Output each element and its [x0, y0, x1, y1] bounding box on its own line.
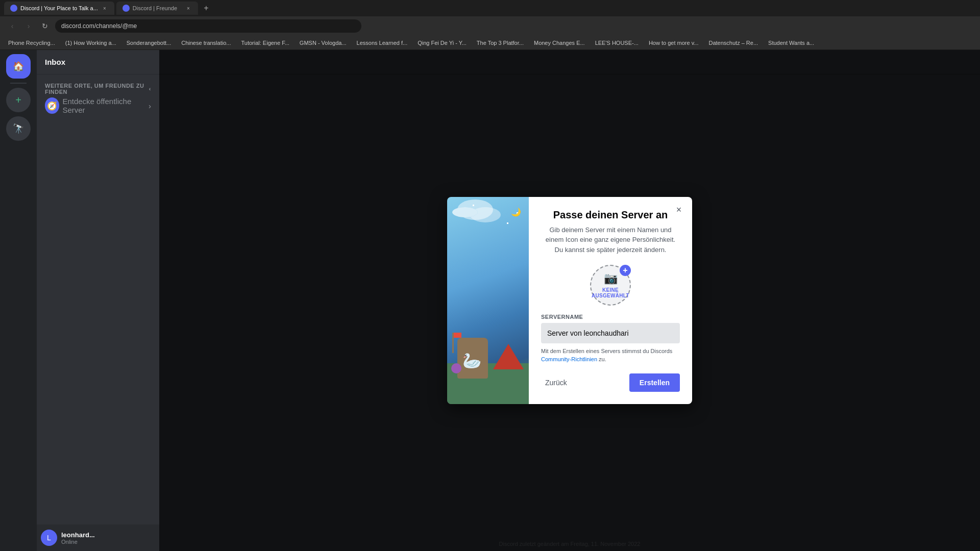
terms-text: Mit dem Erstellen eines Servers stimmst …	[541, 347, 680, 363]
bookmark-5[interactable]: Tutorial: Eigene F...	[237, 39, 293, 47]
bookmarks-bar: Phone Recycling... (1) How Working a... …	[0, 36, 980, 50]
home-icon[interactable]: 🏠	[6, 54, 31, 79]
back-button[interactable]: Zurück	[541, 377, 571, 389]
illustration-tent	[493, 344, 524, 369]
tab-label-2: Discord | Freunde	[133, 5, 182, 11]
icon-circle[interactable]: 📷 Keine ausgewählt +	[590, 265, 631, 306]
bookmark-10[interactable]: Money Changes E...	[530, 39, 589, 47]
collapse-icon[interactable]: ‹	[149, 86, 151, 92]
discover-icon[interactable]: 🔭	[6, 116, 31, 141]
bookmark-2[interactable]: (1) How Working a...	[61, 39, 120, 47]
channel-list: Inbox WEITERE ORTE, UM FREUNDE ZU FINDEN…	[37, 50, 159, 551]
discord-favicon-2	[122, 5, 130, 12]
channel-header-text: Inbox	[45, 58, 65, 66]
modal-close-button[interactable]: ×	[672, 203, 686, 217]
user-status: Online	[61, 539, 95, 545]
icon-upload-area[interactable]: 📷 Keine ausgewählt +	[541, 265, 680, 306]
tab-inactive[interactable]: Discord | Freunde ×	[116, 2, 198, 15]
close-icon: ×	[676, 205, 682, 215]
server-name-label: SERVERNAME	[541, 314, 680, 320]
illustration-flag	[452, 333, 454, 353]
bookmark-8[interactable]: Qing Fei De Yi - Y...	[413, 39, 471, 47]
bookmark-1[interactable]: Phone Recycling...	[4, 39, 59, 47]
user-info: leonhard... Online	[61, 531, 95, 545]
user-avatar: L	[41, 530, 57, 546]
community-guidelines-link[interactable]: Community-Richtlinien	[541, 356, 597, 362]
bookmark-3[interactable]: Sonderangebott...	[122, 39, 175, 47]
star-2	[507, 222, 508, 224]
tab-close-2[interactable]: ×	[185, 5, 192, 12]
customize-server-modal: 🦢 🌙 × Passe deinen Server an	[447, 197, 692, 404]
bookmark-12[interactable]: How to get more v...	[645, 39, 703, 47]
discover-servers-label: Entdecke öffentliche Server	[62, 97, 145, 114]
modal-illustration: 🦢 🌙	[447, 197, 529, 404]
channel-section: WEITERE ORTE, UM FREUNDE ZU FINDEN ‹ 🧭 E…	[37, 74, 159, 116]
modal-description: Gib deinem Server mit einem Namen und ei…	[541, 225, 680, 255]
bookmark-7[interactable]: Lessons Learned f...	[353, 39, 412, 47]
address-bar[interactable]: discord.com/channels/@me	[55, 19, 361, 33]
bookmark-9[interactable]: The Top 3 Platfor...	[473, 39, 528, 47]
chevron-right-icon: ›	[149, 102, 151, 110]
moon-icon: 🌙	[511, 207, 521, 217]
modal-overlay: 🦢 🌙 × Passe deinen Server an	[159, 50, 980, 551]
tab-label-1: Discord | Your Place to Talk a...	[20, 5, 98, 11]
purple-ball	[451, 363, 461, 373]
modal-title: Passe deinen Server an	[541, 209, 680, 221]
bookmark-11[interactable]: LEE'S HOUSE-...	[591, 39, 643, 47]
address-text: discord.com/channels/@me	[61, 22, 137, 30]
tab-bar: Discord | Your Place to Talk a... × Disc…	[0, 0, 980, 16]
user-area: L leonhard... Online	[37, 524, 159, 551]
camera-icon: 📷	[604, 272, 618, 285]
back-button[interactable]: ‹	[6, 20, 18, 32]
channel-header: Inbox	[37, 50, 159, 74]
discover-servers-item[interactable]: 🧭 Entdecke öffentliche Server ›	[41, 97, 155, 114]
create-button[interactable]: Erstellen	[629, 373, 680, 392]
browser-chrome: Discord | Your Place to Talk a... × Disc…	[0, 0, 980, 36]
bookmark-6[interactable]: GMSN - Vologda...	[296, 39, 351, 47]
illustration-character: 🦢	[462, 352, 481, 369]
star-3	[473, 205, 474, 206]
discord-app: 🏠 + 🔭 Inbox WEITERE ORTE, UM FREUNDE ZU …	[0, 50, 980, 551]
icon-circle-label: Keine ausgewählt	[591, 287, 630, 298]
server-icon-1[interactable]: +	[6, 88, 31, 112]
new-tab-button[interactable]: +	[200, 2, 212, 14]
bookmark-4[interactable]: Chinese translatio...	[177, 39, 235, 47]
find-more-title: WEITERE ORTE, UM FREUNDE ZU FINDEN ‹	[41, 83, 155, 95]
sidebar-divider	[10, 83, 27, 84]
tab-active[interactable]: Discord | Your Place to Talk a... ×	[4, 2, 114, 15]
server-name-input[interactable]	[541, 323, 680, 343]
modal-form: × Passe deinen Server an Gib deinem Serv…	[529, 197, 692, 404]
bookmark-13[interactable]: Datenschutz – Re...	[704, 39, 762, 47]
bookmark-14[interactable]: Student Wants a...	[764, 39, 818, 47]
refresh-button[interactable]: ↻	[39, 20, 51, 32]
discover-servers-icon: 🧭	[45, 97, 59, 114]
username: leonhard...	[61, 531, 95, 539]
sidebar-icons: 🏠 + 🔭	[0, 50, 37, 551]
forward-button[interactable]: ›	[22, 20, 35, 32]
tab-close-1[interactable]: ×	[101, 5, 108, 12]
main-content: 🦢 🌙 × Passe deinen Server an	[159, 50, 980, 551]
modal-footer: Zurück Erstellen	[541, 373, 680, 392]
plus-badge: +	[620, 265, 631, 276]
discord-favicon-1	[10, 5, 17, 12]
nav-bar: ‹ › ↻ discord.com/channels/@me	[0, 16, 980, 36]
